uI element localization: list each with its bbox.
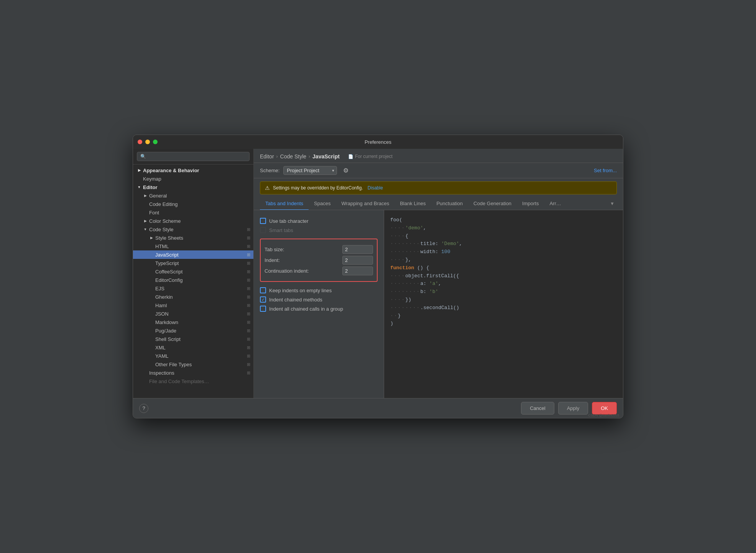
tab-spaces[interactable]: Spaces xyxy=(309,198,336,210)
ok-button[interactable]: OK xyxy=(592,402,617,415)
sidebar-item-file-code-templates[interactable]: File and Code Templates… xyxy=(133,377,253,385)
arrow-icon xyxy=(142,370,148,376)
bottom-actions: Cancel Apply OK xyxy=(521,402,617,415)
project-badge: 📄 For current project xyxy=(348,154,393,159)
sidebar-item-inspections[interactable]: Inspections ⊞ xyxy=(133,369,253,377)
scheme-select[interactable]: Project Project xyxy=(283,166,337,175)
sidebar-item-font[interactable]: Font xyxy=(133,208,253,217)
continuation-indent-label: Continuation indent: xyxy=(265,268,342,274)
smart-tabs-checkbox[interactable] xyxy=(260,227,266,233)
arrow-icon xyxy=(148,268,154,275)
code-line: ········.secondCall() xyxy=(390,304,617,312)
search-input[interactable] xyxy=(137,152,250,161)
apply-button[interactable]: Apply xyxy=(558,402,588,415)
minimize-button[interactable] xyxy=(145,140,150,144)
title-bar: Preferences xyxy=(133,135,623,149)
sidebar-item-gherkin[interactable]: Gherkin ⊞ xyxy=(133,293,253,301)
arrow-icon: ▶ xyxy=(142,193,148,199)
tab-imports[interactable]: Imports xyxy=(517,198,544,210)
sidebar-item-json[interactable]: JSON ⊞ xyxy=(133,309,253,318)
sidebar-item-label: HTML xyxy=(155,244,169,249)
sidebar-item-javascript[interactable]: JavaScript ⊞ xyxy=(133,250,253,259)
sidebar-item-keymap[interactable]: Keymap xyxy=(133,174,253,183)
indent-input[interactable] xyxy=(342,256,373,265)
code-line: ····}) xyxy=(390,296,617,304)
close-button[interactable] xyxy=(138,140,142,144)
maximize-button[interactable] xyxy=(153,140,158,144)
copy-icon: ⊞ xyxy=(247,244,250,249)
tab-arrangement[interactable]: Arr… xyxy=(544,198,566,210)
copy-icon: ⊞ xyxy=(247,320,250,325)
code-line: ········b: 'b' xyxy=(390,288,617,296)
sidebar-item-label: File and Code Templates… xyxy=(149,379,209,384)
sidebar-item-style-sheets[interactable]: ▶ Style Sheets ⊞ xyxy=(133,234,253,242)
sidebar-item-ejs[interactable]: EJS ⊞ xyxy=(133,284,253,293)
indent-all-chained-label: Indent all chained calls in a group xyxy=(269,306,343,312)
indent-fields-box: Tab size: Indent: Continuation indent: xyxy=(260,239,378,282)
sidebar-item-xml[interactable]: XML ⊞ xyxy=(133,343,253,352)
copy-icon: ⊞ xyxy=(247,227,250,232)
keep-indents-checkbox[interactable] xyxy=(260,287,266,293)
sidebar-item-editor[interactable]: ▼ Editor xyxy=(133,183,253,191)
disable-link[interactable]: Disable xyxy=(368,185,383,191)
sidebar-item-label: Font xyxy=(149,210,159,216)
sidebar-item-label: YAML xyxy=(155,353,168,359)
sidebar-item-markdown[interactable]: Markdown ⊞ xyxy=(133,318,253,326)
scheme-select-wrap: Project Project xyxy=(283,166,337,175)
code-line: ) xyxy=(390,320,617,328)
breadcrumb-sep-2: › xyxy=(309,154,310,159)
sidebar-item-color-scheme[interactable]: ▶ Color Scheme xyxy=(133,217,253,225)
sidebar-item-label: Inspections xyxy=(149,370,174,376)
bottom-bar: ? Cancel Apply OK CSDN @tianlin0203 xyxy=(133,398,623,418)
tab-size-input[interactable] xyxy=(342,245,373,254)
keep-indents-row: Keep indents on empty lines xyxy=(260,286,378,295)
sidebar-item-label: JSON xyxy=(155,311,169,317)
indent-all-chained-checkbox[interactable] xyxy=(260,306,266,312)
sidebar-item-label: Color Scheme xyxy=(149,218,181,224)
indent-chained-methods-checkbox[interactable] xyxy=(260,296,266,303)
sidebar-item-code-editing[interactable]: Code Editing xyxy=(133,200,253,208)
help-button[interactable]: ? xyxy=(139,404,148,413)
tabs-more-button[interactable]: ▼ xyxy=(608,198,617,210)
sidebar-item-coffeescript[interactable]: CoffeeScript ⊞ xyxy=(133,267,253,276)
sidebar-item-other-file-types[interactable]: Other File Types ⊞ xyxy=(133,360,253,369)
use-tab-character-checkbox[interactable] xyxy=(260,218,266,224)
sidebar-item-appearance[interactable]: ▶ Appearance & Behavior xyxy=(133,166,253,174)
code-line: ········width: 100 xyxy=(390,248,617,256)
gear-button[interactable]: ⚙ xyxy=(341,166,351,175)
sidebar-item-typescript[interactable]: TypeScript ⊞ xyxy=(133,259,253,267)
sidebar: ▶ Appearance & Behavior Keymap ▼ Editor … xyxy=(133,149,254,398)
tab-blank-lines[interactable]: Blank Lines xyxy=(394,198,431,210)
copy-icon: ⊞ xyxy=(247,269,250,274)
copy-icon: ⊞ xyxy=(247,337,250,342)
sidebar-item-label: XML xyxy=(155,345,166,351)
cancel-button[interactable]: Cancel xyxy=(521,402,554,415)
breadcrumb-code-style: Code Style xyxy=(280,153,306,160)
copy-icon: ⊞ xyxy=(247,295,250,300)
sidebar-item-pugjade[interactable]: Pug/Jade ⊞ xyxy=(133,326,253,335)
tab-tabs-indents[interactable]: Tabs and Indents xyxy=(260,198,309,210)
sidebar-item-general[interactable]: ▶ General xyxy=(133,191,253,200)
sidebar-item-editorconfig[interactable]: EditorConfig ⊞ xyxy=(133,276,253,284)
tab-code-generation[interactable]: Code Generation xyxy=(468,198,517,210)
sidebar-item-label: General xyxy=(149,193,167,199)
breadcrumb-sep-1: › xyxy=(276,154,278,159)
sidebar-item-code-style[interactable]: ▼ Code Style ⊞ xyxy=(133,225,253,234)
sidebar-item-label: Markdown xyxy=(155,319,178,325)
sidebar-item-label: Code Style xyxy=(149,227,174,232)
tab-size-row: Tab size: xyxy=(265,245,373,254)
sidebar-item-shell-script[interactable]: Shell Script ⊞ xyxy=(133,335,253,343)
copy-icon: ⊞ xyxy=(247,328,250,333)
set-from-link[interactable]: Set from... xyxy=(594,168,617,173)
arrow-icon: ▼ xyxy=(136,184,142,190)
sidebar-item-label: Appearance & Behavior xyxy=(143,168,199,173)
sidebar-item-html[interactable]: HTML ⊞ xyxy=(133,242,253,250)
arrow-icon xyxy=(148,243,154,249)
continuation-indent-input[interactable] xyxy=(342,267,373,275)
code-line: ········a: 'a', xyxy=(390,280,617,288)
sidebar-item-haml[interactable]: Haml ⊞ xyxy=(133,301,253,309)
sidebar-item-label: Code Editing xyxy=(149,201,177,207)
tab-wrapping[interactable]: Wrapping and Braces xyxy=(336,198,394,210)
tab-punctuation[interactable]: Punctuation xyxy=(431,198,468,210)
sidebar-item-yaml[interactable]: YAML ⊞ xyxy=(133,352,253,360)
